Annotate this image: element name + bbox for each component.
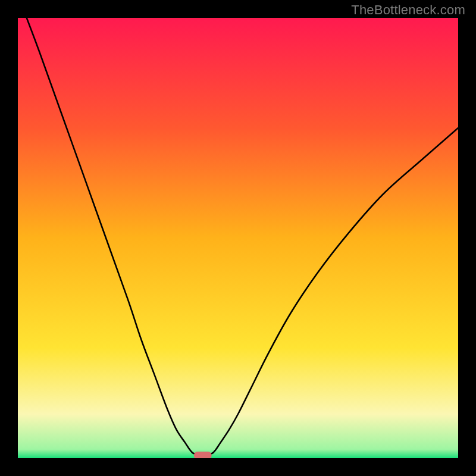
chart-svg bbox=[18, 18, 458, 458]
sweet-spot-marker bbox=[194, 452, 212, 458]
chart-background bbox=[18, 18, 458, 458]
chart-plot-area bbox=[18, 18, 458, 458]
chart-frame: TheBottleneck.com bbox=[0, 0, 476, 476]
watermark-text: TheBottleneck.com bbox=[351, 2, 465, 18]
